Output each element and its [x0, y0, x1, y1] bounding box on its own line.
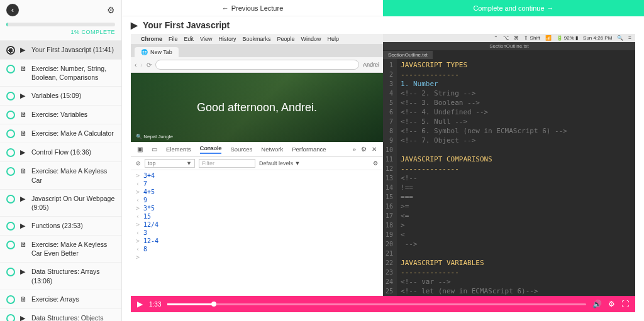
log-levels[interactable]: Default levels ▼	[259, 160, 300, 166]
code-body[interactable]: 1234567891011121314151617181920212223242…	[383, 59, 635, 312]
document-icon: 🗎	[20, 167, 28, 175]
reload-icon[interactable]: ⟳	[147, 62, 152, 68]
code-line: <!-- 4. Undefined -->	[401, 107, 631, 117]
code-line: <!-- 5. Null -->	[401, 117, 631, 126]
menu-item[interactable]: Window	[301, 36, 321, 42]
settings-icon[interactable]: ⚙	[107, 5, 115, 15]
devtools-tab[interactable]: Sources	[230, 146, 252, 153]
lesson-item[interactable]: ▶Control Flow (16:36)	[0, 143, 121, 161]
console-line: >3+4	[131, 171, 383, 180]
lesson-item[interactable]: ▶Variables (15:09)	[0, 86, 121, 105]
lesson-item[interactable]: ▶Data Structures: Arrays (13:06)	[0, 262, 121, 289]
lesson-item[interactable]: 🗎Exercise: Arrays	[0, 290, 121, 308]
devtools-settings-icon[interactable]: ⚙	[361, 146, 367, 153]
console-line: >12/4	[131, 220, 383, 229]
lesson-item[interactable]: 🗎Exercise: Make A Keyless Car	[0, 161, 121, 188]
console-settings-icon[interactable]: ⚙	[373, 160, 378, 166]
player-settings-icon[interactable]: ⚙	[608, 300, 615, 308]
console-line: >	[131, 253, 383, 261]
menu-item[interactable]: Help	[327, 36, 339, 42]
console-output[interactable]: >3+4‹7>4+5‹9>3*5‹15>12/4‹3>12-4‹8>	[131, 170, 383, 312]
lesson-item[interactable]: ▶Javascript On Our Webpage (9:05)	[0, 189, 121, 216]
lesson-item[interactable]: ▶Functions (23:53)	[0, 216, 121, 235]
browser-tab[interactable]: 🌐 New Tab	[135, 47, 179, 57]
devtools-tab[interactable]: Network	[261, 146, 283, 153]
lesson-item[interactable]: ▶Data Structures: Objects (15:25)	[0, 308, 121, 321]
devtools-close-icon[interactable]: ✕	[372, 146, 377, 153]
back-button[interactable]: ‹	[6, 4, 19, 16]
devtools-tab[interactable]: Console	[200, 144, 222, 154]
status-item: ⌃	[494, 35, 498, 41]
code-line: --------------	[401, 268, 631, 277]
sidebar: ‹ ⚙ 1% COMPLETE ▶Your First Javascript (…	[0, 0, 122, 321]
lesson-item[interactable]: ▶Your First Javascript (11:41)	[0, 40, 121, 59]
code-line: 1. Number	[401, 79, 631, 89]
editor-tab[interactable]: SectionOutline.txt	[383, 51, 433, 59]
inspect-icon[interactable]: ▣	[137, 146, 143, 153]
lesson-item[interactable]: 🗎Exercise: Make A Keyless Car Even Bette…	[0, 235, 121, 262]
filter-input[interactable]: Filter	[199, 159, 255, 168]
nav-back-icon[interactable]: ‹	[135, 62, 136, 68]
lesson-item[interactable]: 🗎Exercise: Number, String, Boolean, Comp…	[0, 59, 121, 86]
menu-item[interactable]: View	[200, 36, 212, 42]
lesson-status-icon	[6, 92, 15, 101]
macos-menu-bar: ChromeFileEditViewHistoryBookmarksPeople…	[131, 34, 383, 45]
video-icon: ▶	[20, 268, 28, 276]
macos-status-bar: ⌃⌥⌘⇧ Shift📶🔋 92% ▮Sun 4:26 PM🔍≡	[383, 34, 635, 42]
complete-continue-button[interactable]: Complete and continue →	[383, 0, 644, 16]
console-line: ‹7	[131, 180, 383, 188]
console-line: ‹15	[131, 212, 383, 220]
menu-item[interactable]: Chrome	[141, 36, 162, 42]
clear-console-icon[interactable]: ⊘	[136, 160, 141, 166]
console-line: >4+5	[131, 188, 383, 196]
lesson-label: Exercise: Variables	[31, 110, 87, 119]
volume-icon[interactable]: 🔊	[592, 300, 602, 308]
lesson-status-icon	[6, 195, 15, 204]
console-text: 8	[143, 246, 147, 253]
lesson-item[interactable]: 🗎Exercise: Make A Calculator	[0, 124, 121, 143]
devtools-tabs: ▣ ▭ ElementsConsoleSourcesNetworkPerform…	[131, 142, 383, 157]
seek-knob[interactable]	[211, 302, 216, 307]
menu-item[interactable]: Edit	[184, 36, 194, 42]
code-line: --------------	[401, 70, 631, 79]
context-selector[interactable]: top▼	[145, 159, 195, 168]
code-lines: JAVASCRIPT TYPES--------------1. Number<…	[397, 59, 635, 312]
progress: 1% COMPLETE	[0, 20, 121, 40]
lesson-item[interactable]: 🗎Exercise: Variables	[0, 105, 121, 124]
seek-fill	[167, 303, 213, 305]
video-area: ChromeFileEditViewHistoryBookmarksPeople…	[131, 34, 635, 312]
address-input[interactable]	[155, 60, 359, 70]
menu-item[interactable]: Bookmarks	[242, 36, 270, 42]
status-item: 📶	[545, 35, 552, 41]
status-item: ⇧ Shift	[524, 35, 540, 41]
current-time: 1:33	[149, 301, 161, 308]
lesson-label: Exercise: Make A Calculator	[31, 129, 114, 138]
lesson-label: Exercise: Make A Keyless Car Even Better	[31, 240, 115, 258]
devtools-tab[interactable]: Performance	[292, 146, 326, 153]
lesson-status-icon	[6, 65, 15, 73]
video-icon: ▶	[20, 148, 28, 156]
fullscreen-icon[interactable]: ⛶	[621, 300, 629, 308]
browser-pane: ChromeFileEditViewHistoryBookmarksPeople…	[131, 34, 383, 312]
menu-item[interactable]: History	[218, 36, 236, 42]
video-icon: ▶	[20, 195, 28, 203]
nav-forward-icon[interactable]: ›	[140, 62, 142, 68]
prompt-icon: >	[136, 221, 140, 228]
video-icon: ▶	[20, 46, 28, 54]
seek-bar[interactable]	[167, 303, 586, 305]
devtools-more-icon[interactable]: »	[353, 146, 356, 153]
address-bar: ‹ › ⟳ Andrei	[131, 57, 383, 73]
play-button[interactable]: ▶	[137, 300, 143, 308]
progress-fill	[6, 23, 8, 26]
document-icon: 🗎	[20, 295, 28, 303]
console-line: ‹3	[131, 229, 383, 237]
lesson-label: Data Structures: Arrays (13:06)	[31, 267, 115, 285]
code-line: ===	[401, 192, 631, 202]
previous-lecture-button[interactable]: ← Previous Lecture	[122, 0, 383, 16]
line-gutter: 1234567891011121314151617181920212223242…	[383, 59, 397, 312]
devtools-tab[interactable]: Elements	[166, 146, 191, 153]
device-icon[interactable]: ▭	[152, 146, 157, 153]
menu-item[interactable]: People	[277, 36, 294, 42]
menu-item[interactable]: File	[169, 36, 178, 42]
progress-label: 1% COMPLETE	[6, 29, 115, 35]
